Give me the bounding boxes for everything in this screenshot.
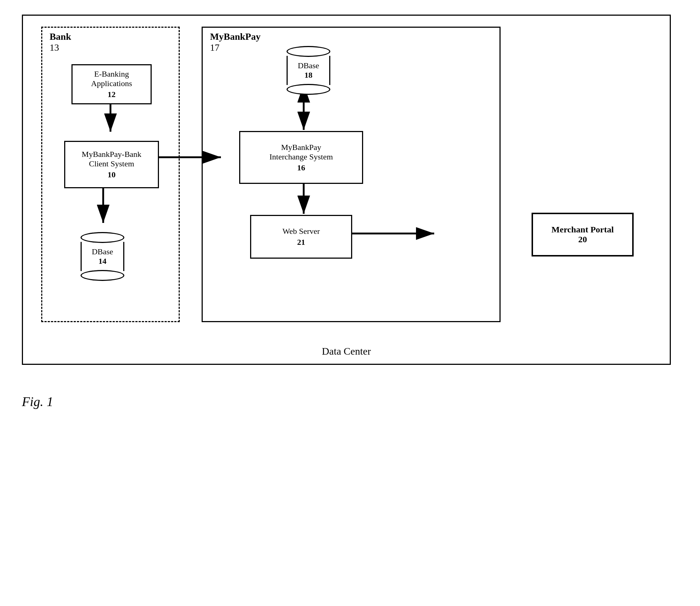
dbase14-number: 14 [98,256,106,266]
merchant-portal-component: Merchant Portal 20 [532,213,634,256]
bank-box: Bank 13 E-BankingApplications 12 MyBankP… [41,27,180,322]
mybankpay-number: 17 [210,42,261,53]
dbase14-title: DBase [92,247,113,256]
interchange-number: 16 [297,163,305,173]
diagram-outer: Bank 13 E-BankingApplications 12 MyBankP… [22,15,671,365]
merchant-portal-title: Merchant Portal [552,225,614,235]
webserver-title: Web Server [283,227,320,236]
mybankpay-title: MyBankPay [210,31,261,42]
mybankpay-label: MyBankPay 17 [210,31,261,53]
interchange-component: MyBankPayInterchange System 16 [239,131,363,184]
dbase18-number: 18 [304,70,312,80]
fig-label: Fig. 1 [22,394,53,409]
dbase18-title: DBase [298,61,319,70]
merchant-portal-number: 20 [578,235,587,244]
mybankpay-box: MyBankPay 17 DBase 18 MyBankPayInterchan… [202,27,501,322]
bank-label: Bank 13 [50,31,71,53]
webserver-number: 21 [297,238,305,247]
webserver-component: Web Server 21 [250,215,352,259]
ebanking-title: E-BankingApplications [91,69,132,88]
dbase18-cylinder: DBase 18 [279,46,338,95]
interchange-title: MyBankPayInterchange System [269,143,333,162]
client-system-number: 10 [108,170,116,180]
dbase14-cylinder: DBase 14 [73,232,132,281]
client-system-component: MyBankPay-BankClient System 10 [64,141,159,188]
client-system-title: MyBankPay-BankClient System [82,150,141,169]
data-center-label: Data Center [322,346,371,357]
ebanking-number: 12 [108,90,116,99]
ebanking-component: E-BankingApplications 12 [71,64,152,104]
